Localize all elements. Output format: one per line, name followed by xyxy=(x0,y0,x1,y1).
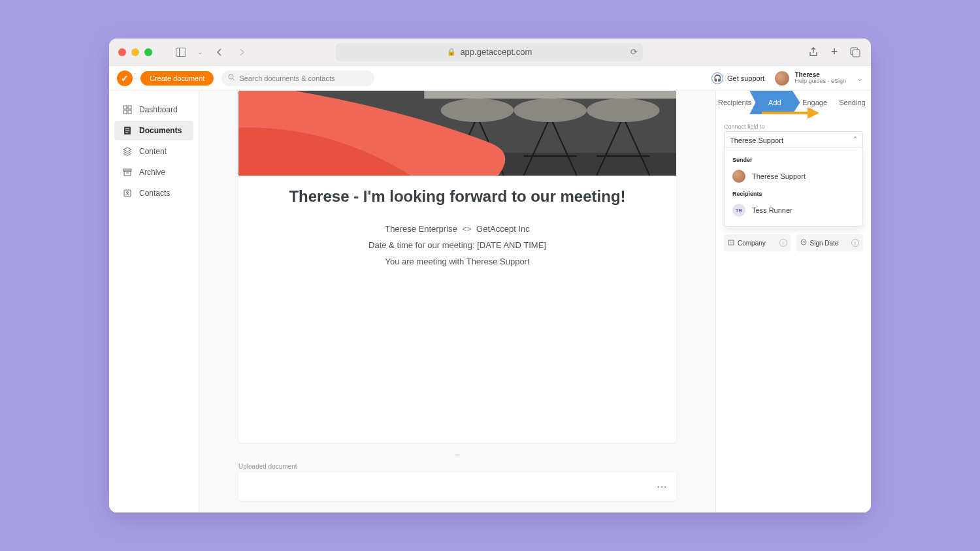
search-placeholder: Search documents & contacts xyxy=(239,74,335,82)
search-icon xyxy=(228,74,235,82)
sidebar-item-documents[interactable]: Documents xyxy=(114,121,193,140)
get-support-button[interactable]: 🎧 Get support xyxy=(711,72,764,84)
document-card: Therese - I'm looking forward to our mee… xyxy=(238,91,676,443)
dashboard-icon xyxy=(122,104,133,115)
headset-icon: 🎧 xyxy=(711,72,723,84)
connect-field-label: Connect field to xyxy=(724,123,863,130)
create-document-button[interactable]: Create document xyxy=(140,71,214,86)
dropdown-item-label: Therese Support xyxy=(752,172,806,180)
svg-rect-34 xyxy=(728,240,734,245)
dropdown-item-sender[interactable]: Therese Support xyxy=(725,166,862,187)
maximize-window-button[interactable] xyxy=(144,48,152,56)
info-icon[interactable]: i xyxy=(851,239,859,247)
document-line-meeting: You are meeting with Therese Support xyxy=(265,257,650,266)
hero-image xyxy=(238,91,676,176)
user-subtitle: Help guides - eSign xyxy=(794,78,846,85)
company-icon xyxy=(728,239,734,247)
svg-rect-8 xyxy=(123,110,127,114)
sidebar-item-content[interactable]: Content xyxy=(114,142,193,161)
dropdown-item-recipient[interactable]: TR Tess Runner xyxy=(725,200,862,221)
share-icon[interactable] xyxy=(807,46,820,59)
svg-point-31 xyxy=(514,99,587,122)
forward-button[interactable] xyxy=(233,44,252,60)
sidebar-item-label: Archive xyxy=(139,168,165,177)
pill-label: Company xyxy=(738,240,766,247)
archive-icon xyxy=(122,167,133,178)
dropdown-heading-recipients: Recipients xyxy=(725,187,862,200)
app-topbar: ✓ Create document Search documents & con… xyxy=(109,66,871,91)
lock-icon: 🔒 xyxy=(447,48,456,56)
back-button[interactable] xyxy=(210,44,228,60)
svg-rect-7 xyxy=(128,106,131,109)
sidebar-item-dashboard[interactable]: Dashboard xyxy=(114,100,193,119)
tab-add[interactable]: Add xyxy=(749,91,800,114)
document-icon xyxy=(122,125,133,136)
browser-window: ⌄ 🔒 app.getaccept.com ⟳ + ✓ Create docum… xyxy=(109,39,871,512)
sidebar-toggle-icon[interactable] xyxy=(172,44,190,60)
uploaded-document-card: ⋯ xyxy=(238,473,676,501)
exchange-icon: <> xyxy=(462,225,471,234)
window-controls xyxy=(118,48,152,56)
app-logo[interactable]: ✓ xyxy=(117,71,133,86)
app-main: Dashboard Documents Content xyxy=(109,91,871,512)
more-options-icon[interactable]: ⋯ xyxy=(657,480,668,493)
avatar-initials: TR xyxy=(732,204,745,217)
app-root: ✓ Create document Search documents & con… xyxy=(109,66,871,512)
clock-icon xyxy=(800,239,807,247)
search-input[interactable]: Search documents & contacts xyxy=(221,71,374,86)
new-tab-icon[interactable]: + xyxy=(828,46,841,59)
right-panel: Recipients Add Engage Sending Connect fi… xyxy=(715,91,871,512)
sidebar: Dashboard Documents Content xyxy=(109,91,199,512)
close-window-button[interactable] xyxy=(118,48,126,56)
support-label: Get support xyxy=(727,74,764,82)
document-line-companies: Therese Enterprise <> GetAccept Inc xyxy=(265,224,650,234)
info-icon[interactable]: i xyxy=(779,239,787,247)
svg-point-30 xyxy=(441,99,514,122)
tabs-overview-icon[interactable] xyxy=(849,46,862,59)
user-menu[interactable]: Therese Help guides - eSign ⌄ xyxy=(775,71,863,86)
layers-icon xyxy=(122,146,133,157)
select-value: Therese Support xyxy=(730,136,783,144)
svg-point-32 xyxy=(587,99,660,122)
chevron-down-icon[interactable]: ⌄ xyxy=(195,44,204,60)
connect-field-dropdown: Sender Therese Support Recipients TR Tes… xyxy=(724,147,863,227)
url-text: app.getaccept.com xyxy=(460,47,532,57)
sidebar-item-label: Documents xyxy=(139,126,182,135)
svg-point-18 xyxy=(127,192,129,194)
svg-rect-3 xyxy=(853,50,860,57)
document-line-datetime: Date & time for our meeting: [DATE AND T… xyxy=(265,240,650,250)
sidebar-item-label: Contacts xyxy=(139,189,170,198)
section-handle[interactable]: ═ xyxy=(199,452,715,459)
tab-recipients[interactable]: Recipients xyxy=(716,91,753,114)
address-bar[interactable]: 🔒 app.getaccept.com ⟳ xyxy=(336,43,643,61)
sidebar-item-archive[interactable]: Archive xyxy=(114,163,193,182)
uploaded-document-label: Uploaded document xyxy=(238,463,715,470)
tab-engage[interactable]: Engage xyxy=(796,91,834,114)
pill-label: Sign Date xyxy=(810,240,839,247)
chevron-up-icon: ˄ xyxy=(853,136,857,145)
avatar xyxy=(732,170,745,183)
avatar xyxy=(775,71,789,86)
document-canvas: Therese - I'm looking forward to our mee… xyxy=(199,91,715,512)
browser-chrome: ⌄ 🔒 app.getaccept.com ⟳ + xyxy=(109,39,871,66)
svg-rect-33 xyxy=(424,91,676,99)
svg-rect-6 xyxy=(123,106,127,109)
field-signdate-button[interactable]: Sign Date i xyxy=(796,234,864,251)
panel-body: Connect field to Therese Support ˄ Sende… xyxy=(716,114,871,260)
tab-sending[interactable]: Sending xyxy=(834,91,871,114)
svg-line-5 xyxy=(233,79,235,81)
minimize-window-button[interactable] xyxy=(131,48,139,56)
chevron-down-icon: ⌄ xyxy=(857,74,863,83)
reload-icon[interactable]: ⟳ xyxy=(630,47,638,57)
contacts-icon xyxy=(122,188,133,198)
dropdown-heading-sender: Sender xyxy=(725,153,862,166)
field-company-button[interactable]: Company i xyxy=(724,234,791,251)
panel-tabs: Recipients Add Engage Sending xyxy=(716,91,871,114)
svg-point-4 xyxy=(229,74,233,79)
dropdown-item-label: Tess Runner xyxy=(752,206,792,214)
document-title: Therese - I'm looking forward to our mee… xyxy=(265,187,650,206)
sidebar-item-contacts[interactable]: Contacts xyxy=(114,183,193,203)
sidebar-item-label: Content xyxy=(139,147,167,156)
svg-rect-0 xyxy=(176,48,186,56)
sidebar-item-label: Dashboard xyxy=(139,105,178,114)
